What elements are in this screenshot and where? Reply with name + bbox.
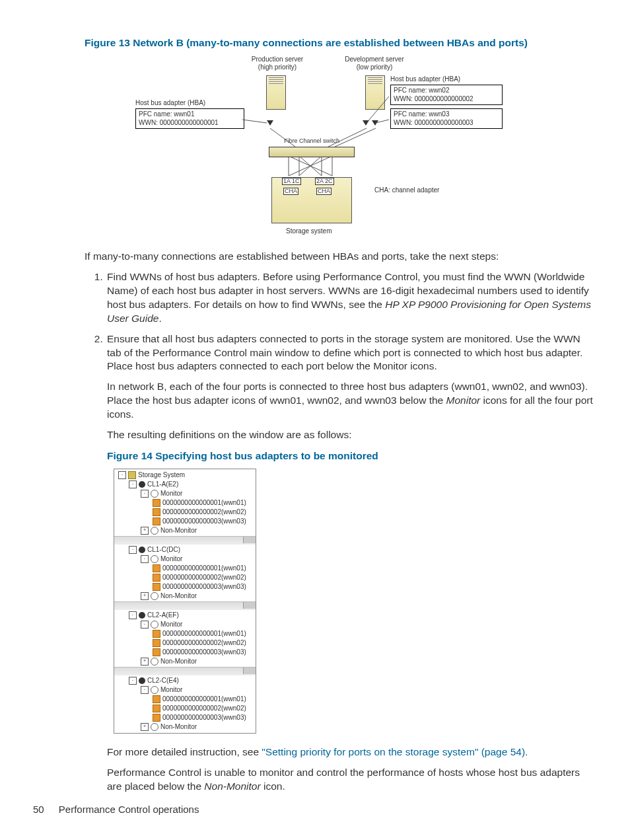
expand-icon: + [141,527,149,535]
tree-row: 0000000000000002(wwn02) [114,573,256,582]
tree-row: 0000000000000002(wwn02) [114,704,256,713]
tree-label: 0000000000000003(wwn03) [162,714,246,722]
tree-row: 0000000000000001(wwn01) [114,695,256,704]
closing-b: . [525,746,528,757]
expand-icon: + [141,658,149,666]
orange-icon [153,630,160,638]
expand-icon: - [141,555,149,563]
tree-row: - CL1-A(E2) [114,480,256,489]
svg-line-1 [367,96,389,123]
clock-icon [151,621,158,629]
tree-row: 0000000000000002(wwn02) [114,638,256,648]
orange-icon [153,517,160,525]
tree-label: 0000000000000002(wwn02) [162,705,246,712]
tree-label: Storage System [138,471,185,479]
figure-14-caption: Figure 14 Specifying host bus adapters t… [107,450,597,462]
tree-label: Monitor [160,490,182,498]
expand-icon: + [141,723,149,731]
closing-para-2: Performance Control is unable to monitor… [107,766,597,794]
cha-label-1: CHA [283,188,298,195]
orange-icon [153,714,160,722]
orange-icon [153,574,160,582]
step2-text-a: Ensure that all host bus adapters connec… [107,333,582,372]
tree-row: - CL2-A(EF) [114,611,256,620]
figure-14-tree: - Storage System- CL1-A(E2)- Monitor 000… [114,469,256,734]
tree-label: CL1-A(E2) [147,480,178,488]
tree-row: 0000000000000001(wwn01) [114,564,256,573]
tree-label: 0000000000000003(wwn03) [162,583,246,591]
expand-icon: - [129,480,137,488]
tree-label: 0000000000000001(wwn01) [162,564,246,572]
tree-label: Monitor [160,686,182,694]
tree-row: - Storage System [114,471,256,480]
port-icon [139,612,145,619]
footer-section: Performance Control operations [59,804,199,815]
port-icon [139,547,145,553]
tree-label: 0000000000000002(wwn02) [162,574,246,582]
tree-label: Monitor [160,555,182,563]
expand-icon: - [141,686,149,694]
tree-row: + Non-Monitor [114,526,256,535]
clock-icon [151,658,158,666]
tree-label: 0000000000000002(wwn02) [162,639,246,647]
tree-row: 0000000000000001(wwn01) [114,629,256,638]
tree-label: CL1-C(DC) [147,546,180,554]
tree-label: 0000000000000003(wwn03) [162,517,246,525]
expand-icon: - [129,546,137,554]
tree-label: 0000000000000001(wwn01) [162,630,246,638]
tree-label: Non-Monitor [160,658,197,666]
clock-icon [151,686,158,694]
fibre-switch-icon [269,147,355,157]
ports-2a2c: 2A 2C [315,178,334,185]
tree-row: 0000000000000003(wwn03) [114,713,256,722]
closing2-a: Performance Control is unable to monitor… [107,767,580,792]
step-1: Find WWNs of host bus adapters. Before u… [106,270,597,326]
closing2-b: icon. [261,781,285,792]
tree-row: 0000000000000002(wwn02) [114,508,256,517]
expand-icon: - [129,677,137,685]
step1-text-b: . [158,313,161,324]
expand-icon: + [141,592,149,600]
setting-priority-link[interactable]: "Setting priority for ports on the stora… [262,746,525,757]
orange-icon [153,695,160,703]
tree-scrollbar [114,667,256,675]
expand-icon: - [129,611,137,619]
expand-icon: - [141,621,149,629]
figure-13-diagram: Production server (high priority) Develo… [130,56,500,241]
tree-row: 0000000000000003(wwn03) [114,648,256,657]
steps-list: Find WWNs of host bus adapters. Before u… [85,270,597,442]
expand-icon: - [141,490,149,498]
orange-icon [153,705,160,712]
orange-icon [153,499,160,507]
tree-label: Monitor [160,621,182,629]
tree-label: Non-Monitor [160,527,197,535]
svg-line-2 [376,120,389,123]
page-footer: 50 Performance Control operations [33,804,199,815]
closing-a: For more detailed instruction, see [107,746,262,757]
tree-label: CL2-A(EF) [147,611,179,619]
clock-icon [151,592,158,600]
cha-label-2: CHA [316,188,332,195]
tree-row: - CL2-C(E4) [114,676,256,685]
tree-label: Non-Monitor [160,592,197,600]
tree-row: 0000000000000001(wwn01) [114,498,256,508]
orange-icon [153,564,160,572]
tree-scrollbar [114,601,256,610]
tree-row: + Non-Monitor [114,722,256,732]
tree-row: + Non-Monitor [114,592,256,601]
tree-label: 0000000000000003(wwn03) [162,648,246,656]
orange-icon [153,639,160,647]
tree-row: - Monitor [114,554,256,564]
tree-label: 0000000000000001(wwn01) [162,695,246,703]
tree-row: 0000000000000003(wwn03) [114,582,256,592]
step-2: Ensure that all host bus adapters connec… [106,332,597,442]
port-icon [139,677,145,684]
clock-icon [151,555,158,563]
folder-icon [128,471,136,479]
tree-row: - Monitor [114,489,256,498]
step2-monitor-em: Monitor [446,395,481,406]
storage-label: Storage system [286,227,332,235]
tree-scrollbar [114,536,256,545]
port-icon [139,481,145,488]
tree-row: 0000000000000003(wwn03) [114,517,256,526]
